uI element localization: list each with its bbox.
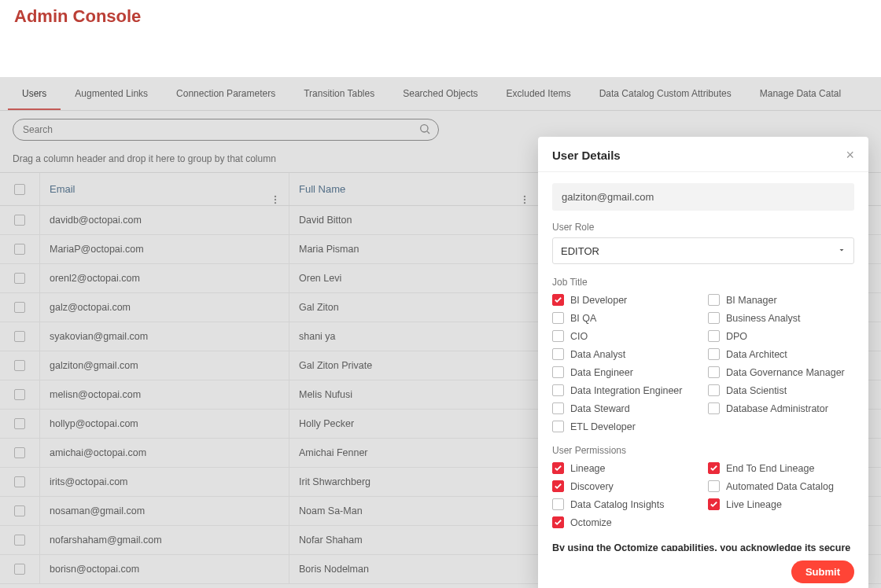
panel-title: User Details [552, 149, 621, 162]
permissions-label: User Permissions [552, 445, 854, 456]
job-title-item[interactable]: BI Developer [552, 292, 699, 307]
permission-label: Octomize [570, 517, 612, 528]
job-title-item[interactable]: Data Analyst [552, 347, 699, 362]
checkbox[interactable] [708, 480, 720, 492]
checkbox[interactable] [708, 462, 720, 474]
checkbox[interactable] [552, 348, 564, 360]
checkbox[interactable] [708, 348, 720, 360]
job-title-label: Business Analyst [726, 313, 801, 324]
job-title-item[interactable]: CIO [552, 329, 699, 344]
checkbox[interactable] [552, 480, 564, 492]
job-title-item[interactable]: Database Administrator [708, 401, 854, 416]
checkbox[interactable] [552, 330, 564, 342]
job-title-item[interactable]: BI Manager [708, 292, 854, 307]
checkbox[interactable] [708, 294, 720, 306]
permission-item[interactable]: Data Catalog Insights [552, 497, 699, 512]
permission-item[interactable]: End To End Lineage [708, 461, 854, 476]
checkbox[interactable] [552, 294, 564, 306]
user-details-panel: User Details × galziton@gmail.com User R… [538, 137, 868, 588]
job-title-item[interactable]: Data Scientist [708, 383, 854, 398]
close-icon[interactable]: × [846, 148, 854, 162]
checkbox[interactable] [552, 498, 564, 510]
job-title-item[interactable]: Data Integration Engineer [552, 383, 699, 398]
job-title-label: Data Architect [726, 349, 787, 360]
user-role-select[interactable]: EDITOR [552, 237, 854, 264]
permission-label: Automated Data Catalog [726, 481, 834, 492]
job-title-item[interactable]: ETL Developer [552, 419, 699, 434]
checkbox[interactable] [552, 366, 564, 378]
page-title: Admin Console [14, 6, 867, 27]
permission-item[interactable]: Live Lineage [708, 497, 854, 512]
checkbox[interactable] [552, 312, 564, 324]
checkbox[interactable] [708, 366, 720, 378]
job-title-item[interactable]: Data Governance Manager [708, 365, 854, 380]
permission-label: Data Catalog Insights [570, 499, 665, 510]
job-title-item[interactable]: Data Engineer [552, 365, 699, 380]
permission-label: Lineage [570, 463, 606, 474]
job-title-item[interactable]: Data Architect [708, 347, 854, 362]
checkbox[interactable] [552, 462, 564, 474]
job-title-label: Data Steward [570, 403, 630, 414]
checkbox[interactable] [708, 312, 720, 324]
checkbox[interactable] [708, 384, 720, 396]
job-title-item[interactable]: Business Analyst [708, 311, 854, 325]
job-title-label: Data Analyst [570, 349, 625, 360]
checkbox[interactable] [552, 421, 564, 432]
job-title-label: DPO [726, 331, 747, 342]
permission-item[interactable]: Automated Data Catalog [708, 479, 854, 494]
submit-button[interactable]: Submit [791, 560, 854, 583]
permission-label: Discovery [570, 481, 614, 492]
role-label: User Role [552, 222, 854, 233]
checkbox[interactable] [708, 330, 720, 342]
job-title-label: Data Integration Engineer [570, 385, 682, 396]
permission-label: Live Lineage [726, 499, 782, 510]
job-title-label: Data Scientist [726, 385, 787, 396]
job-title-label: Data Engineer [570, 367, 633, 378]
job-title-label: BI QA [570, 313, 596, 324]
checkbox[interactable] [708, 498, 720, 510]
job-title-label: Job Title [552, 277, 854, 288]
permission-item[interactable]: Octomize [552, 515, 699, 530]
permission-label: End To End Lineage [726, 463, 814, 474]
job-title-item[interactable]: Data Steward [552, 401, 699, 416]
user-email-display: galziton@gmail.com [552, 183, 854, 211]
job-title-label: BI Developer [570, 295, 627, 306]
permission-item[interactable]: Lineage [552, 461, 699, 476]
checkbox[interactable] [708, 402, 720, 414]
permission-item[interactable]: Discovery [552, 479, 699, 494]
checkbox[interactable] [552, 402, 564, 414]
job-title-label: BI Manager [726, 295, 777, 306]
checkbox[interactable] [552, 384, 564, 396]
disclaimer-text: By using the Octomize capabilities, you … [552, 541, 854, 551]
job-title-label: ETL Developer [570, 421, 636, 432]
job-title-label: CIO [570, 331, 588, 342]
checkbox[interactable] [552, 516, 564, 528]
job-title-item[interactable]: BI QA [552, 311, 699, 325]
job-title-label: Database Administrator [726, 403, 828, 414]
job-title-item[interactable]: DPO [708, 329, 854, 344]
job-title-label: Data Governance Manager [726, 367, 845, 378]
